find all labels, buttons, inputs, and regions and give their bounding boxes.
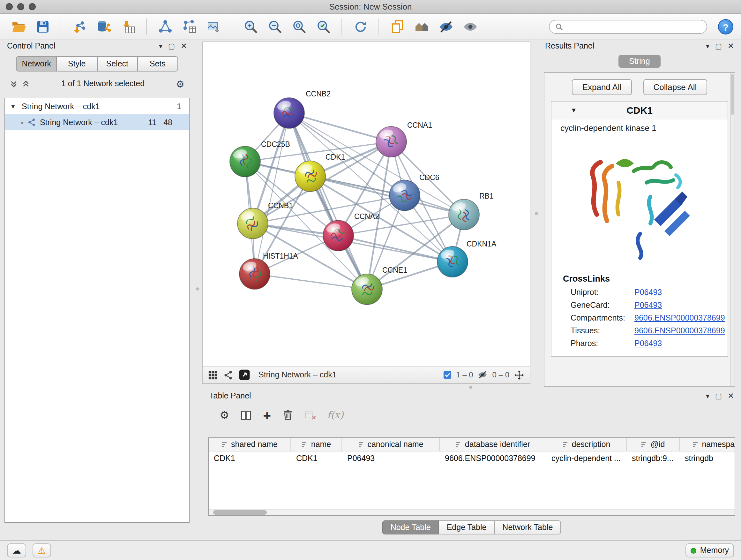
toolbar-search[interactable] [549,20,707,34]
panel-float-icon[interactable]: ▢ [715,42,722,50]
minimize-window-button[interactable] [17,3,24,10]
table-horizontal-scrollbar[interactable] [209,509,735,515]
network-node-cdkn1a[interactable]: CDKN1A [437,240,496,277]
column-header-canonical-name[interactable]: canonical name [342,438,440,451]
panel-close-icon[interactable]: ✕ [728,42,734,51]
zoom-window-button[interactable] [29,3,36,10]
network-node-hist1h1a[interactable]: HIST1H1A [239,252,298,289]
show-all-button[interactable] [460,17,481,37]
panel-collapse-icon[interactable]: ▾ [706,42,710,50]
network-node-cdc6[interactable]: CDC6 [389,173,440,211]
show-columns-icon[interactable] [240,409,253,421]
open-in-window-icon[interactable] [239,369,250,381]
selected-checkbox-icon[interactable] [443,370,452,379]
selected-node-edge-counts: 1 – 0 [456,370,473,379]
panel-float-icon[interactable]: ▢ [715,392,722,400]
open-session-button[interactable] [8,17,29,37]
network-view[interactable]: CCNB2CCNA1CDC25BCDK1CDC6RB1CCNB1CCNA2CDK… [202,42,530,384]
search-input[interactable] [567,22,701,31]
expand-all-button[interactable]: Expand All [572,79,632,95]
import-network-from-file-button[interactable] [69,17,90,37]
network-node-ccna1[interactable]: CCNA1 [376,121,432,157]
string-results-box: Expand All Collapse All ▼ CDK1 cyclin-de… [544,72,735,387]
import-network-from-database-button[interactable] [93,17,114,37]
table-row[interactable]: CDK1CDK1P064939606.ENSP00000378699cyclin… [209,451,735,465]
warnings-button[interactable]: ⚠ [32,543,51,557]
node-label-ccnb2: CCNB2 [306,90,331,98]
zoom-out-button[interactable] [264,17,285,37]
network-node-cdk1[interactable]: CDK1 [295,153,345,192]
zoom-selected-button[interactable] [313,17,334,37]
tab-sets[interactable]: Sets [138,56,179,71]
crosslink-value-link[interactable]: 9606.ENSP00000378699 [634,314,725,322]
network-node-ccne1[interactable]: CCNE1 [352,266,407,305]
collapse-all-networks-icon[interactable] [22,79,30,88]
network-node-rb1[interactable]: RB1 [449,192,494,230]
crosslink-value-link[interactable]: 9606.ENSP00000378699 [634,326,725,335]
crosslink-row: Pharos:P06493 [551,337,728,350]
node-label-ccne1: CCNE1 [382,266,407,274]
vertical-splitter-handle[interactable] [535,212,538,215]
image-export-icon [206,19,221,35]
column-header-description[interactable]: description [546,438,627,451]
column-header-shared-name[interactable]: shared name [209,438,291,451]
tab-select[interactable]: Select [97,56,138,71]
results-scrollbar[interactable] [730,73,735,386]
close-window-button[interactable] [6,3,13,10]
panel-collapse-icon[interactable]: ▾ [706,392,710,400]
network-collection-row[interactable]: ▼ String Network – cdk1 1 [5,98,189,114]
zoom-in-button[interactable] [240,17,261,37]
column-header-database-identifier[interactable]: database identifier [440,438,546,451]
horizontal-splitter-handle[interactable] [469,386,472,389]
neighborhood-button[interactable] [411,17,432,37]
hidden-eye-icon[interactable] [478,370,488,380]
delete-column-trash-icon[interactable] [282,409,293,421]
network-options-gear-icon[interactable]: ⚙ [176,79,185,88]
tab-string[interactable]: String [618,55,661,68]
section-expand-icon[interactable]: ▼ [570,107,577,114]
column-header-name[interactable]: name [291,438,342,451]
panel-close-icon[interactable]: ✕ [181,42,187,51]
scrollbar-thumb[interactable] [213,510,267,515]
tab-node-table[interactable]: Node Table [382,520,439,535]
clear-table-icon[interactable] [304,409,316,421]
clone-network-button[interactable] [387,17,408,37]
cloud-status-button[interactable]: ☁ [7,543,26,557]
crosslink-value-link[interactable]: P06493 [634,301,662,310]
pan-move-icon[interactable] [514,369,525,380]
tab-network[interactable]: Network [16,56,57,71]
save-session-button[interactable] [32,17,53,37]
grid-view-icon[interactable] [208,370,218,380]
crosslink-value-link[interactable]: P06493 [634,339,662,348]
network-overview-icon[interactable] [223,370,233,380]
tree-expand-icon[interactable]: ▼ [10,103,18,110]
create-column-icon[interactable]: + [263,408,271,422]
collapse-all-button[interactable]: Collapse All [643,79,707,95]
export-image-button[interactable] [203,17,224,37]
zoom-fit-button[interactable] [288,17,310,37]
node-section-header[interactable]: ▼ CDK1 [551,102,728,119]
apply-layout-button[interactable] [350,17,371,37]
expand-all-networks-icon[interactable] [10,79,18,88]
panel-float-icon[interactable]: ▢ [168,42,175,50]
column-header--id[interactable]: @id [627,438,680,451]
vertical-splitter-handle[interactable] [196,287,199,291]
function-builder-icon[interactable]: f(x) [327,409,343,421]
hide-selected-button[interactable] [435,17,456,37]
tab-edge-table[interactable]: Edge Table [439,520,495,535]
help-button[interactable]: ? [718,19,733,35]
network-row-selected[interactable]: ● String Network – cdk1 11 48 [5,114,189,130]
new-network-button[interactable] [154,17,176,37]
tab-style[interactable]: Style [57,56,98,71]
network-canvas[interactable]: CCNB2CCNA1CDC25BCDK1CDC6RB1CCNB1CCNA2CDK… [203,42,530,366]
crosslink-value-link[interactable]: P06493 [634,288,662,297]
table-options-gear-icon[interactable]: ⚙ [219,410,229,421]
import-table-from-file-button[interactable] [118,17,138,37]
memory-button[interactable]: Memory [685,543,734,557]
network-from-table-button[interactable] [179,17,200,37]
panel-collapse-icon[interactable]: ▾ [159,42,162,50]
column-header-namespace[interactable]: namespace [680,438,735,451]
network-edges[interactable] [245,113,464,289]
tab-network-table[interactable]: Network Table [495,520,561,535]
panel-close-icon[interactable]: ✕ [728,391,734,400]
